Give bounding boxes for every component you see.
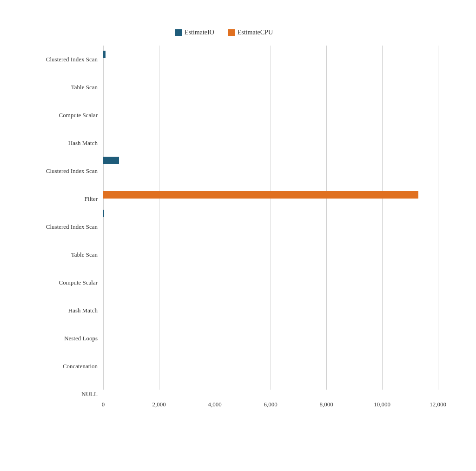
bar-track-io	[103, 236, 438, 244]
bar-track-cpu	[103, 244, 438, 252]
bar-row	[103, 363, 438, 390]
y-label: Filter	[10, 185, 103, 213]
y-label: Nested Loops	[10, 325, 103, 352]
bar-track-io	[103, 342, 438, 350]
y-label: Compute Scalar	[10, 101, 103, 129]
legend-swatch	[175, 29, 182, 36]
x-tick-label: 4,000	[208, 401, 221, 408]
bar-track-cpu	[103, 377, 438, 384]
bar-row	[103, 337, 438, 363]
bar-fill-io	[103, 210, 104, 217]
bar-row	[103, 231, 438, 257]
y-label: Clustered Index Scan	[10, 46, 103, 73]
bar-track-cpu	[103, 138, 438, 146]
bar-track-cpu	[103, 350, 438, 358]
bar-track-cpu	[103, 85, 438, 93]
bar-track-io	[103, 157, 438, 164]
bar-track-io	[103, 263, 438, 270]
plot-area: 02,0004,0006,0008,00010,00012,000	[103, 46, 438, 427]
bar-track-cpu	[103, 112, 438, 119]
x-tick-label: 10,000	[374, 401, 390, 408]
y-label: Clustered Index Scan	[10, 213, 103, 241]
bar-track-cpu	[103, 297, 438, 305]
bar-track-cpu	[103, 191, 438, 199]
bar-track-io	[103, 289, 438, 297]
bar-track-cpu	[103, 218, 438, 225]
legend-item: EstimateIO	[175, 29, 214, 36]
bar-row	[103, 310, 438, 337]
x-tick-label: 8,000	[319, 401, 333, 408]
bar-fill-io	[103, 51, 106, 58]
y-label: NULL	[10, 380, 103, 408]
x-tick-label: 0	[102, 401, 105, 408]
legend-label: EstimateCPU	[238, 29, 273, 36]
bar-track-io	[103, 210, 438, 217]
grid-and-bars	[103, 46, 438, 390]
y-label: Table Scan	[10, 241, 103, 269]
chart-container: EstimateIOEstimateCPU Clustered Index Sc…	[10, 10, 466, 461]
bar-fill-cpu	[103, 191, 418, 199]
bar-track-io	[103, 51, 438, 58]
bar-row	[103, 204, 438, 231]
bar-row	[103, 257, 438, 284]
bar-fill-io	[103, 157, 119, 164]
bar-track-cpu	[103, 59, 438, 66]
bar-row	[103, 151, 438, 178]
x-tick-label: 2,000	[152, 401, 165, 408]
x-tick-label: 12,000	[430, 401, 446, 408]
y-label: Concatenation	[10, 352, 103, 380]
x-axis: 02,0004,0006,0008,00010,00012,000	[103, 390, 438, 408]
bar-row	[103, 284, 438, 310]
bar-track-cpu	[103, 271, 438, 278]
legend-item: EstimateCPU	[228, 29, 273, 36]
bar-row	[103, 125, 438, 151]
y-label: Compute Scalar	[10, 269, 103, 297]
bar-track-io	[103, 183, 438, 191]
y-label: Hash Match	[10, 297, 103, 325]
bars-container	[103, 46, 438, 390]
legend-label: EstimateIO	[185, 29, 214, 36]
x-tick-label: 6,000	[264, 401, 277, 408]
y-label: Hash Match	[10, 129, 103, 157]
bar-track-io	[103, 316, 438, 323]
bar-track-io	[103, 77, 438, 85]
grid-line	[438, 46, 438, 390]
y-label: Table Scan	[10, 73, 103, 101]
bar-track-io	[103, 130, 438, 138]
y-axis: Clustered Index ScanTable ScanCompute Sc…	[10, 46, 103, 427]
bar-track-io	[103, 369, 438, 376]
chart-area: Clustered Index ScanTable ScanCompute Sc…	[10, 46, 438, 427]
bar-track-io	[103, 104, 438, 111]
bar-row	[103, 46, 438, 72]
bar-row	[103, 98, 438, 125]
bar-track-cpu	[103, 165, 438, 172]
y-label: Clustered Index Scan	[10, 157, 103, 185]
bar-track-cpu	[103, 324, 438, 331]
bar-row	[103, 72, 438, 98]
bar-row	[103, 178, 438, 204]
legend: EstimateIOEstimateCPU	[10, 29, 438, 36]
legend-swatch	[228, 29, 235, 36]
